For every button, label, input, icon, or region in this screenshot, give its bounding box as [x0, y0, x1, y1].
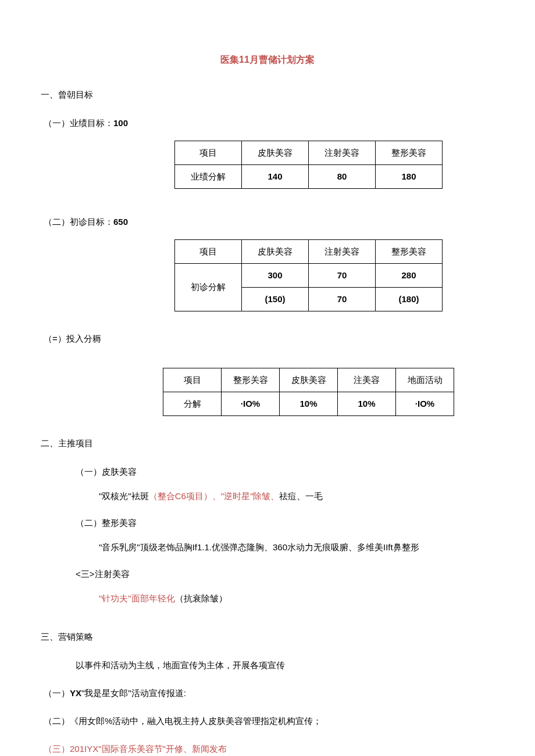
table-row: 项目 整形关容 皮肤美容 注美容 地面活动 [163, 368, 454, 392]
table-header: 整形美容 [376, 239, 443, 263]
table-header: 皮肤美容 [280, 368, 338, 392]
performance-table: 项目 皮肤美容 注射美容 整形美容 业绩分解 140 80 180 [174, 141, 443, 189]
table-cell: 10% [280, 392, 338, 415]
text-highlight: （整合C6项目）、"逆时星"除皱、 [149, 491, 280, 501]
investment-table: 项目 整形关容 皮肤美容 注美容 地面活动 分解 ∙IO% 10% 10% ∙I… [163, 368, 454, 416]
table-cell: ∙IO% [396, 392, 454, 415]
table-cell: 80 [309, 164, 376, 188]
table-cell: 70 [309, 263, 376, 287]
document-title: 医集11月曹储计划方案 [41, 52, 494, 67]
section-1-3-heading: （=）投入分耨 [44, 332, 494, 346]
table-cell: ∙IO% [222, 392, 280, 415]
section-3-intro: 以事件和活动为主线，地面宣传为主体，开展各项宣传 [76, 658, 494, 672]
table-row: 初诊分解 300 70 280 [175, 263, 443, 287]
section-2-1-heading: （一）皮肤美容 [76, 465, 494, 479]
section-1-2-label: （二）初诊目标： [44, 217, 113, 227]
section-3-item-1: （一）YX"我是星女郎"活动宣传报道: [44, 686, 494, 700]
table-cell: 10% [338, 392, 396, 415]
section-2-heading: 二、主推项目 [41, 436, 494, 450]
table-row: 项目 皮肤美容 注射美容 整形美容 [175, 141, 443, 164]
section-3-item-3: （三）201IYX"国际音乐美容节"开修、新闻发布 [44, 742, 494, 756]
text: 祛痘、一毛 [279, 491, 323, 501]
table-cell: 140 [242, 164, 309, 188]
section-1-2-value: 650 [113, 217, 128, 227]
table-cell: 分解 [163, 392, 222, 415]
table-row: 业绩分解 140 80 180 [175, 164, 443, 188]
text: （抗衰除皱） [175, 593, 227, 603]
text: "双核光"袪斑 [99, 491, 149, 501]
table-header: 项目 [163, 368, 222, 392]
initial-diagnosis-table: 项目 皮肤美容 注射美容 整形美容 初诊分解 300 70 280 (150) … [174, 239, 443, 311]
table-cell: 300 [242, 263, 309, 287]
section-1-1-value: 100 [113, 118, 128, 128]
section-1-heading: 一、曾朝目标 [41, 88, 494, 102]
table-cell: 初诊分解 [175, 263, 242, 311]
section-3-item-2: （二）《用女郎%活动中，融入电视主持人皮肤美容管理指定机构宣传； [44, 714, 494, 728]
table-header: 项目 [175, 141, 242, 164]
table-header: 项目 [175, 239, 242, 263]
table-cell: 180 [376, 164, 443, 188]
text-bold: YX [70, 688, 81, 698]
table-cell: (180) [376, 287, 443, 311]
table-header: 整形关容 [222, 368, 280, 392]
section-1-2-heading: （二）初诊目标：650 [44, 215, 494, 229]
table-row: 项目 皮肤美容 注射美容 整形美容 [175, 239, 443, 263]
table-cell: 70 [309, 287, 376, 311]
table-header: 皮肤美容 [242, 141, 309, 164]
table-header: 注美容 [338, 368, 396, 392]
section-2-3-heading: <三>注射美容 [76, 567, 494, 581]
section-2-1-body: "双核光"袪斑（整合C6项目）、"逆时星"除皱、祛痘、一毛 [99, 489, 494, 503]
table-header: 整形美容 [376, 141, 443, 164]
text: （一） [44, 688, 70, 698]
section-2-3-body: "针功夫"面部年轻化（抗衰除皱） [99, 592, 494, 605]
text: "我是星女郎"活动宣传报道: [81, 688, 186, 698]
table-row: 分解 ∙IO% 10% 10% ∙IO% [163, 392, 454, 415]
table-cell: 业绩分解 [175, 164, 242, 188]
section-1-1-label: （一）业绩目标： [44, 118, 113, 128]
table-cell: 280 [376, 263, 443, 287]
text-highlight: "针功夫"面部年轻化 [99, 593, 175, 603]
table-header: 皮肤美容 [242, 239, 309, 263]
table-header: 地面活动 [396, 368, 454, 392]
table-cell: (150) [242, 287, 309, 311]
section-3-heading: 三、营销策略 [41, 630, 494, 644]
section-2-2-body: "音乐乳房"顶级老饰品胸If1.1.优强弹态隆胸、360水动力无痕吸腑、多维美I… [99, 540, 494, 554]
section-1-1-heading: （一）业绩目标：100 [44, 116, 494, 130]
table-header: 注射美容 [309, 141, 376, 164]
section-2-2-heading: （二）整形美容 [76, 516, 494, 530]
table-header: 注射美容 [309, 239, 376, 263]
